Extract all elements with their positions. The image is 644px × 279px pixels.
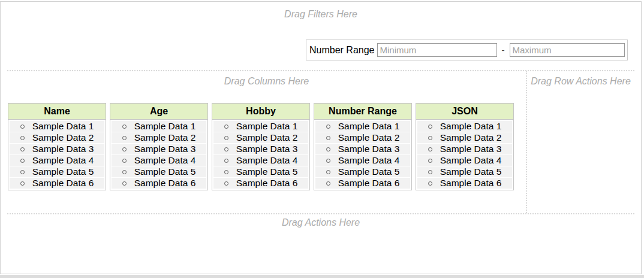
list-item: Sample Data 3 bbox=[10, 144, 104, 154]
sample-data-label: Sample Data 6 bbox=[338, 178, 400, 188]
sample-data-label: Sample Data 1 bbox=[338, 121, 400, 131]
list-item: Sample Data 5 bbox=[417, 166, 512, 177]
middle-band: Drag Columns Here Name Sample Data 1 Sam… bbox=[7, 70, 634, 214]
column-sample-list: Sample Data 1 Sample Data 2 Sample Data … bbox=[212, 120, 309, 190]
sample-data-label: Sample Data 5 bbox=[32, 166, 94, 177]
column-sample-list: Sample Data 1 Sample Data 2 Sample Data … bbox=[8, 120, 106, 190]
sample-data-label: Sample Data 3 bbox=[134, 144, 196, 154]
sample-data-label: Sample Data 5 bbox=[134, 166, 196, 177]
list-item: Sample Data 4 bbox=[315, 155, 410, 166]
list-item: Sample Data 5 bbox=[112, 166, 206, 177]
circle-bullet-icon bbox=[20, 159, 25, 163]
circle-bullet-icon bbox=[224, 170, 228, 174]
circle-bullet-icon bbox=[326, 136, 330, 140]
columns-dropzone[interactable]: Drag Columns Here Name Sample Data 1 Sam… bbox=[7, 71, 526, 213]
sample-data-label: Sample Data 6 bbox=[134, 178, 196, 188]
circle-bullet-icon bbox=[20, 181, 25, 186]
column-hobby[interactable]: Hobby Sample Data 1 Sample Data 2 Sample… bbox=[212, 103, 310, 190]
column-number-range[interactable]: Number Range Sample Data 1 Sample Data 2… bbox=[314, 103, 412, 190]
circle-bullet-icon bbox=[224, 159, 228, 163]
circle-bullet-icon bbox=[20, 136, 25, 140]
sample-data-label: Sample Data 3 bbox=[32, 144, 94, 154]
list-item: Sample Data 2 bbox=[10, 132, 104, 143]
list-item: Sample Data 5 bbox=[213, 166, 308, 177]
number-range-filter-widget[interactable]: Number Range - bbox=[306, 40, 628, 60]
list-item: Sample Data 1 bbox=[112, 121, 206, 132]
columns-preview: Name Sample Data 1 Sample Data 2 Sample … bbox=[8, 103, 517, 190]
column-header: Hobby bbox=[212, 104, 309, 120]
sample-data-label: Sample Data 1 bbox=[236, 121, 298, 131]
maximum-input[interactable] bbox=[510, 43, 625, 57]
sample-data-label: Sample Data 3 bbox=[338, 144, 400, 154]
circle-bullet-icon bbox=[428, 147, 432, 151]
list-item: Sample Data 5 bbox=[315, 166, 410, 177]
sample-data-label: Sample Data 5 bbox=[338, 166, 400, 177]
list-item: Sample Data 1 bbox=[10, 121, 104, 132]
list-item: Sample Data 1 bbox=[213, 121, 308, 132]
sample-data-label: Sample Data 1 bbox=[32, 121, 94, 131]
actions-dropzone-hint: Drag Actions Here bbox=[7, 217, 634, 228]
column-header: Age bbox=[110, 104, 207, 120]
row-actions-dropzone-hint: Drag Row Actions Here bbox=[527, 76, 634, 87]
list-item: Sample Data 3 bbox=[112, 144, 206, 154]
row-actions-dropzone[interactable]: Drag Row Actions Here bbox=[526, 71, 634, 213]
column-header: Number Range bbox=[314, 104, 411, 120]
circle-bullet-icon bbox=[122, 159, 127, 163]
list-item: Sample Data 1 bbox=[315, 121, 410, 132]
list-item: Sample Data 6 bbox=[315, 178, 410, 189]
circle-bullet-icon bbox=[428, 181, 432, 186]
circle-bullet-icon bbox=[326, 147, 330, 151]
circle-bullet-icon bbox=[122, 125, 127, 129]
list-item: Sample Data 2 bbox=[315, 132, 410, 143]
list-item: Sample Data 6 bbox=[417, 178, 512, 189]
sample-data-label: Sample Data 4 bbox=[32, 155, 94, 165]
designer-page: Drag Filters Here Number Range - Drag Co… bbox=[0, 1, 642, 274]
list-item: Sample Data 5 bbox=[10, 166, 104, 177]
minimum-input[interactable] bbox=[377, 43, 497, 57]
sample-data-label: Sample Data 2 bbox=[440, 132, 502, 142]
circle-bullet-icon bbox=[122, 147, 127, 151]
sample-data-label: Sample Data 1 bbox=[440, 121, 502, 131]
list-item: Sample Data 3 bbox=[213, 144, 308, 154]
circle-bullet-icon bbox=[326, 170, 330, 174]
list-item: Sample Data 2 bbox=[417, 132, 512, 143]
list-item: Sample Data 2 bbox=[112, 132, 206, 143]
sample-data-label: Sample Data 1 bbox=[134, 121, 196, 131]
filters-dropzone[interactable]: Drag Filters Here Number Range - bbox=[1, 2, 641, 68]
columns-dropzone-hint: Drag Columns Here bbox=[7, 76, 526, 87]
list-item: Sample Data 6 bbox=[213, 178, 308, 189]
list-item: Sample Data 4 bbox=[10, 155, 104, 166]
list-item: Sample Data 2 bbox=[213, 132, 308, 143]
range-separator: - bbox=[502, 45, 505, 55]
circle-bullet-icon bbox=[20, 170, 25, 174]
list-item: Sample Data 1 bbox=[417, 121, 512, 132]
sample-data-label: Sample Data 2 bbox=[236, 132, 298, 142]
circle-bullet-icon bbox=[224, 125, 228, 129]
sample-data-label: Sample Data 6 bbox=[236, 178, 298, 188]
circle-bullet-icon bbox=[122, 136, 127, 140]
list-item: Sample Data 3 bbox=[315, 144, 410, 154]
list-item: Sample Data 3 bbox=[417, 144, 512, 154]
column-json[interactable]: JSON Sample Data 1 Sample Data 2 Sample … bbox=[416, 103, 514, 190]
sample-data-label: Sample Data 2 bbox=[338, 132, 400, 142]
circle-bullet-icon bbox=[326, 159, 330, 163]
bottom-edge-bar bbox=[0, 275, 644, 278]
number-range-filter-label: Number Range bbox=[309, 45, 375, 56]
circle-bullet-icon bbox=[428, 170, 432, 174]
list-item: Sample Data 4 bbox=[112, 155, 206, 166]
column-age[interactable]: Age Sample Data 1 Sample Data 2 Sample D… bbox=[110, 103, 208, 190]
circle-bullet-icon bbox=[224, 181, 228, 186]
circle-bullet-icon bbox=[428, 159, 432, 163]
sample-data-label: Sample Data 2 bbox=[32, 132, 94, 142]
circle-bullet-icon bbox=[326, 181, 330, 186]
sample-data-label: Sample Data 3 bbox=[236, 144, 298, 154]
column-name[interactable]: Name Sample Data 1 Sample Data 2 Sample … bbox=[8, 103, 106, 190]
circle-bullet-icon bbox=[428, 125, 432, 129]
circle-bullet-icon bbox=[224, 147, 228, 151]
sample-data-label: Sample Data 6 bbox=[32, 178, 94, 188]
actions-dropzone[interactable]: Drag Actions Here bbox=[7, 216, 634, 273]
sample-data-label: Sample Data 4 bbox=[440, 155, 502, 165]
column-sample-list: Sample Data 1 Sample Data 2 Sample Data … bbox=[416, 120, 513, 190]
sample-data-label: Sample Data 4 bbox=[236, 155, 298, 165]
list-item: Sample Data 6 bbox=[112, 178, 206, 189]
